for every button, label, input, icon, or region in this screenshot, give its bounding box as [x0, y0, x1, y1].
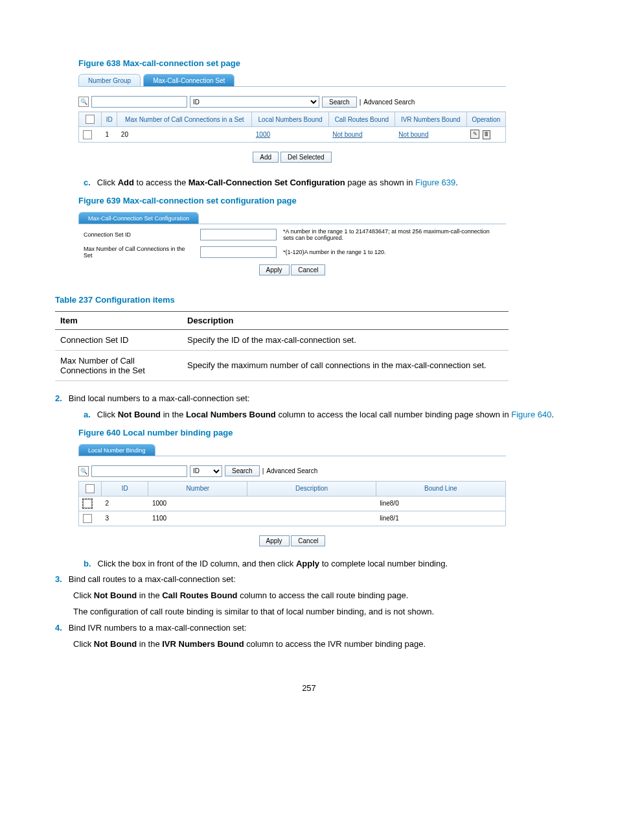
text: Click the box in front of the ID column,…	[98, 559, 296, 568]
not-bound-word: Not Bound	[118, 410, 161, 419]
delete-icon[interactable]: 🗑	[483, 130, 490, 139]
input-connection-set-id[interactable]	[200, 229, 277, 240]
hint-connection-set-id: *A number in the range 1 to 2147483647; …	[283, 228, 501, 241]
tab-local-number-binding[interactable]: Local Number Binding	[78, 444, 155, 456]
th-item: Item	[55, 311, 182, 329]
step-2b-marker: b.	[84, 559, 91, 568]
edit-icon[interactable]: ✎	[470, 130, 479, 139]
advanced-search-link[interactable]: Advanced Search	[363, 99, 415, 106]
search-row: 🔍 ID Search | Advanced Search	[78, 96, 506, 108]
del-selected-button[interactable]: Del Selected	[280, 152, 332, 163]
table-237: Item Description Connection Set ID Speci…	[55, 311, 509, 381]
row-checkbox[interactable]	[83, 130, 92, 139]
cell-desc: Specify the ID of the max-call-connectio…	[182, 329, 509, 350]
add-button[interactable]: Add	[253, 152, 279, 163]
tab-strip: Number Group Max-Call-Connection Set	[78, 72, 506, 87]
figure-640-link[interactable]: Figure 640	[511, 410, 551, 419]
cell-routes-link[interactable]: Not bound	[332, 131, 362, 138]
apply-word: Apply	[296, 559, 319, 568]
page-number: 257	[55, 683, 563, 693]
search-field-select[interactable]: ID	[190, 465, 222, 477]
col-local: Local Numbers Bound	[252, 112, 329, 127]
text: to complete local number binding.	[319, 559, 448, 568]
advanced-search-link[interactable]: Advanced Search	[266, 467, 317, 474]
table-237-caption: Table 237 Configuration items	[55, 295, 563, 305]
text: in the	[137, 590, 162, 600]
col-desc: Description	[247, 481, 376, 496]
hint-max-number: *(1-120)A number in the range 1 to 120.	[283, 249, 501, 255]
search-icon: 🔍	[78, 97, 89, 107]
cell-desc: Specify the maximum number of call conne…	[182, 350, 509, 380]
cell-number: 1000	[148, 496, 247, 511]
select-all-checkbox[interactable]	[86, 115, 95, 124]
cell-id: 3	[102, 511, 148, 526]
cell-local-link[interactable]: 1000	[256, 131, 270, 138]
text: Click	[73, 590, 94, 600]
text: .	[455, 178, 458, 187]
text: page as shown in	[345, 178, 415, 187]
step-c-marker: c.	[84, 178, 91, 187]
text: Click	[73, 639, 94, 649]
search-button[interactable]: Search	[225, 465, 260, 476]
not-bound-word: Not Bound	[94, 590, 137, 600]
step-2-text: Bind local numbers to a max-call-connect…	[69, 393, 250, 403]
select-all-checkbox[interactable]	[86, 484, 95, 493]
text: column to access the local call number b…	[276, 410, 512, 419]
cell-max: 20	[117, 127, 252, 143]
figure-639-link[interactable]: Figure 639	[415, 178, 455, 187]
cancel-button[interactable]: Cancel	[291, 535, 325, 546]
step-4-line2: Click Not Bound in the IVR Numbers Bound…	[73, 638, 563, 651]
local-number-grid: ID Number Description Bound Line 2 1000 …	[78, 481, 506, 526]
search-button[interactable]: Search	[322, 97, 357, 108]
cell-line: line8/1	[376, 511, 505, 526]
text: .	[551, 410, 554, 419]
search-row: 🔍 ID Search | Advanced Search	[78, 465, 506, 477]
column-name: Local Numbers Bound	[186, 410, 276, 419]
table-row: 2 1000 line8/0	[79, 496, 506, 511]
text: in the	[137, 639, 162, 649]
apply-button[interactable]: Apply	[259, 535, 290, 546]
not-bound-word: Not Bound	[94, 639, 137, 649]
search-icon: 🔍	[78, 466, 89, 476]
figure-639-caption: Figure 639 Max-call-connection set confi…	[78, 196, 563, 205]
col-number: Number	[148, 481, 247, 496]
tab-number-group[interactable]: Number Group	[78, 74, 141, 86]
cancel-button[interactable]: Cancel	[291, 264, 325, 275]
search-input[interactable]	[91, 96, 187, 108]
row-checkbox[interactable]	[83, 514, 92, 523]
step-2a-marker: a.	[84, 410, 91, 419]
tab-max-call-connection-set[interactable]: Max-Call-Connection Set	[143, 74, 235, 86]
step-4: 4.Bind IVR numbers to a max-call-connect…	[73, 622, 563, 635]
form-row-max-number: Max Number of Call Connections in the Se…	[78, 242, 506, 259]
cell-item: Max Number of Call Connections in the Se…	[55, 350, 182, 380]
text: column to access the call route binding …	[238, 590, 409, 600]
search-field-select[interactable]: ID	[190, 96, 319, 108]
row-checkbox[interactable]	[83, 499, 92, 508]
step-2: 2.Bind local numbers to a max-call-conne…	[73, 393, 563, 405]
cell-line: line8/0	[376, 496, 505, 511]
col-id: ID	[102, 112, 117, 127]
step-2-marker: 2.	[55, 393, 62, 403]
step-2a: a.Click Not Bound in the Local Numbers B…	[102, 409, 563, 421]
cell-ivr-link[interactable]: Not bound	[398, 131, 428, 138]
search-input[interactable]	[91, 465, 187, 477]
step-3: 3.Bind call routes to a max-call-connect…	[73, 574, 563, 586]
tab-config[interactable]: Max-Call-Connection Set Configuration	[78, 212, 199, 224]
col-max: Max Number of Call Connections in a Set	[117, 112, 252, 127]
form-row-connection-set-id: Connection Set ID *A number in the range…	[78, 224, 506, 242]
figure-638: Number Group Max-Call-Connection Set 🔍 I…	[78, 72, 506, 163]
col-op: Operation	[466, 112, 505, 127]
label-connection-set-id: Connection Set ID	[84, 231, 194, 238]
table-row: 1 20 1000 Not bound Not bound ✎ 🗑	[79, 127, 506, 143]
input-max-number[interactable]	[200, 246, 277, 258]
apply-button[interactable]: Apply	[259, 264, 290, 275]
col-line: Bound Line	[376, 481, 505, 496]
col-id: ID	[102, 481, 148, 496]
figure-638-caption: Figure 638 Max-call-connection set page	[78, 58, 563, 68]
step-3-text: Bind call routes to a max-call-connectio…	[69, 574, 236, 584]
text: in the	[161, 410, 186, 419]
table-row: 3 1100 line8/1	[79, 511, 506, 526]
page-name: Max-Call-Connection Set Configuration	[189, 178, 345, 187]
cell-id: 2	[102, 496, 148, 511]
text: Click	[97, 410, 118, 419]
